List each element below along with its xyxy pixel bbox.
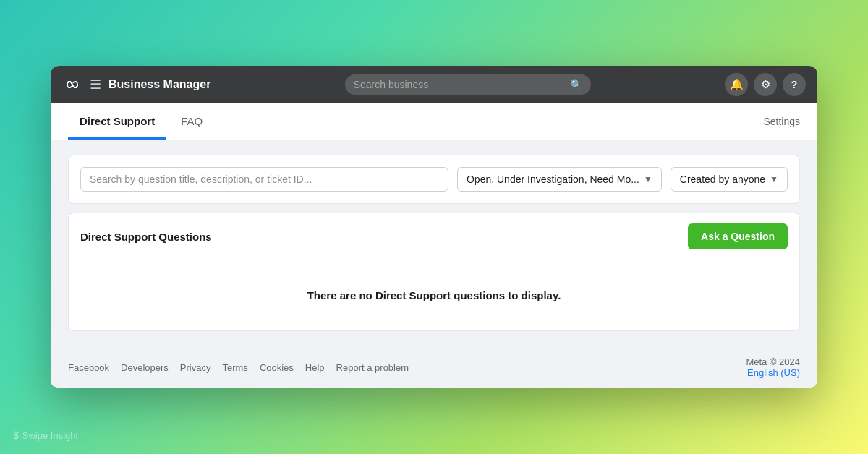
- main-content: Direct Support FAQ Settings Open, Under …: [51, 103, 817, 388]
- footer-links: Facebook Developers Privacy Terms Cookie…: [68, 362, 409, 373]
- creator-filter[interactable]: Created by anyone ▼: [671, 167, 788, 192]
- tab-direct-support[interactable]: Direct Support: [68, 103, 166, 140]
- creator-filter-arrow: ▼: [770, 174, 778, 184]
- search-bar: 🔍: [345, 74, 591, 95]
- watermark: $ Swipe Insight: [13, 429, 78, 441]
- navbar-center: 🔍: [219, 74, 716, 95]
- ask-question-button[interactable]: Ask a Question: [688, 223, 788, 249]
- watermark-icon: $: [13, 429, 19, 441]
- navbar-right: 🔔 ⚙ ?: [725, 73, 806, 96]
- footer-right: Meta © 2024 English (US): [746, 356, 800, 378]
- creator-filter-label: Created by anyone: [680, 174, 765, 185]
- main-window: ☰ Business Manager 🔍 🔔 ⚙ ? Direc: [51, 66, 817, 388]
- help-icon: ?: [791, 79, 798, 90]
- settings-link[interactable]: Settings: [763, 116, 800, 127]
- tab-faq[interactable]: FAQ: [169, 103, 214, 140]
- questions-panel: Direct Support Questions Ask a Question …: [68, 213, 800, 331]
- status-filter-arrow: ▼: [644, 174, 652, 184]
- footer-link-terms[interactable]: Terms: [222, 362, 247, 373]
- ticket-search-input[interactable]: [80, 167, 448, 192]
- footer-language[interactable]: English (US): [746, 367, 800, 378]
- footer-link-cookies[interactable]: Cookies: [260, 362, 294, 373]
- questions-title: Direct Support Questions: [80, 231, 212, 243]
- navbar-left: ☰ Business Manager: [62, 77, 210, 93]
- footer-link-facebook[interactable]: Facebook: [68, 362, 109, 373]
- tabs-bar: Direct Support FAQ Settings: [51, 103, 817, 140]
- search-icon: 🔍: [570, 79, 582, 90]
- footer-copyright: Meta © 2024: [746, 356, 800, 367]
- settings-button[interactable]: ⚙: [754, 73, 777, 96]
- content-body: Open, Under Investigation, Need Mo... ▼ …: [51, 140, 817, 346]
- watermark-label: Swipe Insight: [22, 430, 78, 441]
- tabs-left: Direct Support FAQ: [68, 103, 217, 140]
- bell-icon: 🔔: [730, 78, 744, 91]
- navbar: ☰ Business Manager 🔍 🔔 ⚙ ?: [51, 66, 817, 103]
- footer-link-report[interactable]: Report a problem: [336, 362, 409, 373]
- questions-header: Direct Support Questions Ask a Question: [69, 213, 799, 260]
- footer-link-privacy[interactable]: Privacy: [180, 362, 211, 373]
- notifications-button[interactable]: 🔔: [725, 73, 748, 96]
- hamburger-icon[interactable]: ☰: [90, 77, 101, 93]
- footer-link-developers[interactable]: Developers: [121, 362, 169, 373]
- footer-link-help[interactable]: Help: [305, 362, 325, 373]
- meta-logo: [62, 79, 82, 90]
- help-button[interactable]: ?: [783, 73, 806, 96]
- footer: Facebook Developers Privacy Terms Cookie…: [51, 346, 817, 388]
- app-title: Business Manager: [109, 78, 210, 91]
- status-filter[interactable]: Open, Under Investigation, Need Mo... ▼: [457, 167, 662, 192]
- filter-row: Open, Under Investigation, Need Mo... ▼ …: [68, 155, 800, 204]
- search-input[interactable]: [354, 79, 564, 90]
- gear-icon: ⚙: [761, 78, 770, 91]
- status-filter-label: Open, Under Investigation, Need Mo...: [467, 174, 639, 185]
- empty-state-message: There are no Direct Support questions to…: [69, 260, 799, 330]
